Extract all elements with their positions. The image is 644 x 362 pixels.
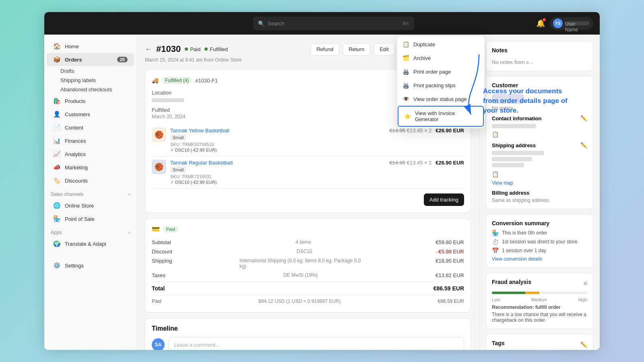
dropdown-print-order[interactable]: 🖨️ Print order page xyxy=(397,65,485,78)
timeline-card: Timeline SA Leave a comment... ☺ @ # 🔗 P… xyxy=(145,318,471,350)
shipping-detail: International Shipping (8.0 kg: Items 8.… xyxy=(239,258,368,269)
discount-icon-2: ✓ xyxy=(170,180,174,185)
sidebar-item-products[interactable]: 🛍️ Products xyxy=(47,95,134,107)
orders-badge: 29 xyxy=(117,57,128,62)
back-button[interactable]: ← xyxy=(145,45,152,53)
truck-icon: 🚚 xyxy=(152,77,159,84)
edit-button[interactable]: Edit xyxy=(374,43,394,56)
fulfilled-count: Fulfilled (4) xyxy=(165,78,189,83)
print-packing-icon: 🖨️ xyxy=(402,82,409,88)
discount-code: DSC10 xyxy=(297,249,312,255)
sidebar-item-drafts[interactable]: Drafts xyxy=(44,66,136,76)
sidebar-item-abandoned[interactable]: Abandoned checkouts xyxy=(44,85,136,94)
fraud-section: Fraud analysis ≡ Low Medium High Recomme… xyxy=(486,273,593,329)
dropdown-print-packing-label: Print packing slips xyxy=(413,82,456,88)
orders-icon: 📦 xyxy=(53,56,61,63)
timeline-avatar: SA xyxy=(152,338,165,350)
fulfilled-label: Fulfilled xyxy=(210,46,228,52)
sales-channels-label: Sales channels xyxy=(51,191,83,197)
location-value-blurred xyxy=(152,98,184,102)
dropdown-print-packing[interactable]: 🖨️ Print packing slips xyxy=(397,78,485,92)
sidebar-item-settings[interactable]: ⚙️ Settings xyxy=(47,259,134,272)
tags-title: Tags xyxy=(492,340,505,346)
sidebar-item-translate[interactable]: 🌍 Translate & Adapt xyxy=(47,237,134,250)
marketing-icon: 📣 xyxy=(53,164,61,171)
paid-label: Paid xyxy=(190,46,200,52)
search-shortcut: ⌘K xyxy=(402,21,409,26)
notification-icon[interactable]: 🔔 xyxy=(536,19,545,28)
discount-icon-1: ✓ xyxy=(170,148,174,152)
product-name-1[interactable]: Tarmak Yellow Basketball xyxy=(170,128,385,134)
apps-label: Apps xyxy=(51,230,62,235)
fraud-bar-medium xyxy=(525,292,540,294)
fraud-bar-low xyxy=(492,292,525,294)
apps-section[interactable]: Apps › xyxy=(44,226,136,237)
sidebar-item-shipping-labels[interactable]: Shipping labels xyxy=(44,76,136,85)
sidebar-item-pos[interactable]: 🏪 Point of Sale xyxy=(47,212,134,225)
topbar: 🔍 Search ⌘K 🔔 YS User Name xyxy=(44,12,600,35)
add-tracking-section: Add tracking xyxy=(152,193,464,206)
billing-same-label: Same as shipping address xyxy=(492,197,587,203)
product-sku-1: SKU: TRMK93784516 xyxy=(170,142,385,147)
product-sku-2: SKU: TRMK7216531 xyxy=(170,174,385,179)
shipping-edit-icon[interactable]: ✏️ xyxy=(580,142,587,148)
sidebar-item-discounts[interactable]: 🏷️ Discounts xyxy=(47,174,134,187)
translate-icon: 🌍 xyxy=(53,240,61,247)
shipping-address-section: Shipping address ✏️ 📋 View map xyxy=(492,142,587,186)
search-bar[interactable]: 🔍 Search ⌘K xyxy=(253,16,414,30)
sidebar-item-marketing[interactable]: 📣 Marketing xyxy=(47,161,134,174)
fraud-menu-icon[interactable]: ≡ xyxy=(584,280,587,287)
product-name-2[interactable]: Tarmak Regular Basketball xyxy=(170,160,385,166)
body: 🏠 Home 📦 Orders 29 Drafts Shipping label… xyxy=(44,35,600,350)
taxes-row: Taxes DE MwSt (19%) €13.82 EUR xyxy=(152,271,464,280)
fraud-bar xyxy=(492,292,587,294)
contact-edit-icon[interactable]: ✏️ xyxy=(580,115,587,121)
sidebar-label-customers: Customers xyxy=(65,111,90,117)
comment-input[interactable]: Leave a comment... xyxy=(169,337,464,350)
topbar-right: 🔔 YS User Name xyxy=(536,17,593,30)
sidebar-item-customers[interactable]: 👤 Customers xyxy=(47,108,134,121)
user-menu[interactable]: YS User Name xyxy=(550,17,593,30)
dropdown-view-status[interactable]: 👁️ View order status page xyxy=(397,92,485,106)
sidebar-item-finances[interactable]: 📊 Finances xyxy=(47,134,134,147)
subtotal-value: €59.80 EUR xyxy=(436,239,464,245)
customer-section: Customer No orders Contact information ✏… xyxy=(486,76,593,209)
product-variant-2: Small xyxy=(170,167,186,173)
total-value: €86.59 EUR xyxy=(433,285,464,292)
view-conversion-link[interactable]: View conversion details xyxy=(492,256,587,262)
sidebar-item-analytics[interactable]: 📈 Analytics xyxy=(47,148,134,160)
sidebar-item-home[interactable]: 🏠 Home xyxy=(47,40,134,53)
dropdown-duplicate[interactable]: 📋 Duplicate xyxy=(397,37,485,51)
fraud-recommendation: Recommendation: fulfill order xyxy=(492,304,587,310)
customers-icon: 👤 xyxy=(53,111,61,118)
shipping-address-header: Shipping address ✏️ xyxy=(492,142,587,148)
sidebar-label-translate: Translate & Adapt xyxy=(65,241,106,247)
sidebar-item-orders[interactable]: 📦 Orders 29 xyxy=(47,53,134,66)
product-info-1: Tarmak Yellow Basketball Small SKU: TRMK… xyxy=(170,128,385,153)
tags-edit-icon[interactable]: ✏️ xyxy=(580,341,587,348)
return-button[interactable]: Return xyxy=(343,43,370,56)
paid-status-badge: Paid xyxy=(185,46,200,52)
conversion-section: Conversion summary 🏪 This is their 0th o… xyxy=(486,214,593,268)
sales-channels-section[interactable]: Sales channels › xyxy=(44,187,136,199)
subtotal-qty: 4 items xyxy=(295,239,311,245)
view-map-link[interactable]: View map xyxy=(492,180,587,186)
original-price-2: €14.95 xyxy=(389,160,405,166)
contact-email-blurred xyxy=(492,124,536,128)
dropdown-archive[interactable]: 🗂️ Archive xyxy=(397,51,485,65)
copy-icon[interactable]: 📋 xyxy=(492,131,499,138)
discount-label-2: DSC10 (-€2.99 EUR) xyxy=(175,180,217,185)
sidebar-item-online-store[interactable]: 🌐 Online Store xyxy=(47,199,134,212)
fulfilled-badge: Fulfilled (4) xyxy=(162,77,192,84)
sidebar-item-content[interactable]: 📄 Content xyxy=(47,121,134,134)
paid-summary-label: Paid xyxy=(152,298,161,304)
search-placeholder: Search xyxy=(268,21,284,27)
copy-shipping-icon[interactable]: 📋 xyxy=(492,171,499,177)
fulfilled-status-badge: Fulfilled xyxy=(204,46,228,52)
taxes-value: €13.82 EUR xyxy=(436,272,464,278)
dropdown-invoice-generator[interactable]: ⭐ View with Invoice Generator xyxy=(398,106,484,127)
contact-info-section: Contact information ✏️ 📋 xyxy=(492,115,587,138)
refund-button[interactable]: Refund xyxy=(310,43,339,56)
add-tracking-button[interactable]: Add tracking xyxy=(424,193,464,206)
shipping-line1-blurred xyxy=(492,151,544,155)
